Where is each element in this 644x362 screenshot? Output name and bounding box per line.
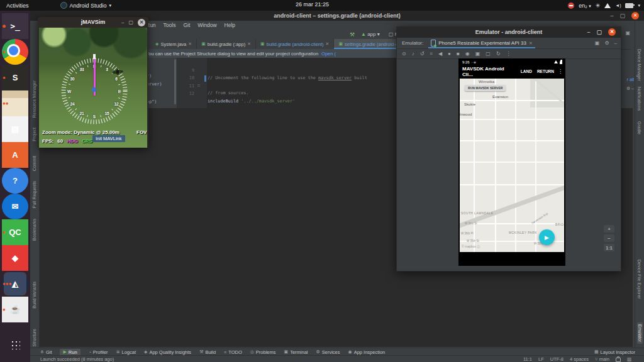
lock-icon[interactable] (616, 358, 621, 362)
editor-tab[interactable]: ▣ build.gradle (:app) ✕ (197, 39, 256, 49)
menu-item[interactable]: Window (197, 22, 216, 28)
tool-window-tab[interactable]: ▣ Terminal (284, 349, 308, 355)
system-menu-chevron-icon[interactable]: ▾ (638, 3, 640, 8)
panel-icon[interactable]: ▣ (595, 40, 600, 46)
tool-window-button[interactable]: Device Manager (637, 49, 641, 81)
takeoff-fab[interactable]: ▶ (539, 229, 555, 245)
minimize-button[interactable]: – (121, 19, 124, 25)
panel-icon[interactable]: ⚙ (604, 40, 609, 46)
tab-layout-inspector[interactable]: ▦ Layout Inspector (594, 349, 635, 355)
emulator-toolbar-icon[interactable]: ◀ (438, 51, 442, 57)
keyboard-layout-indicator[interactable]: en₂ ▾ (579, 3, 591, 9)
tool-window-tab[interactable]: ⚒ Build (199, 349, 216, 355)
emulator-toolbar-icon[interactable]: ⊙ (402, 51, 406, 57)
dock-item[interactable]: ●● (2, 90, 28, 116)
clock[interactable]: 26 mar 21:25 (296, 1, 329, 8)
editor-tab[interactable]: ◈ System.java ✕ (151, 39, 197, 49)
maximize-button[interactable]: ▢ (619, 12, 625, 19)
emulator-window[interactable]: Emulator - android-client – ▢ ✕ Emulator… (396, 26, 621, 272)
tool-window-button[interactable]: Device File Explorer (637, 260, 641, 299)
maximize-button[interactable]: ▢ (596, 28, 602, 36)
overflow-menu-icon[interactable]: ⋮ (558, 69, 563, 74)
tool-window-button[interactable]: Emulator (637, 322, 643, 344)
open-project-structure-link[interactable]: Open ( (321, 51, 336, 57)
zoom-in-button[interactable]: + (604, 225, 614, 233)
close-tab-icon[interactable]: ✕ (247, 41, 251, 47)
land-button[interactable]: LAND (521, 69, 532, 74)
emulator-toolbar-icon[interactable]: ↺ (420, 51, 425, 57)
tool-window-tab[interactable]: ≣ Logcat (116, 349, 136, 355)
close-tab-icon[interactable]: ✕ (529, 41, 533, 46)
dock-item[interactable]: ? (2, 168, 28, 194)
tool-window-tab[interactable]: ≡ TODO (224, 349, 242, 355)
close-button[interactable]: ✕ (608, 28, 616, 36)
tool-window-tab[interactable]: ◉ App Inspection (348, 349, 386, 355)
tool-window-button[interactable]: Commit (32, 156, 36, 171)
line-separator[interactable]: LF (538, 356, 544, 362)
dock-item[interactable]: ▤ (2, 116, 28, 142)
indent-setting[interactable]: 4 spaces (570, 356, 589, 362)
menu-item[interactable]: Tools (164, 22, 176, 28)
dock-item[interactable]: ◆ (2, 245, 28, 271)
tool-window-button[interactable]: Structure (32, 329, 36, 346)
activities-button[interactable]: Activities (0, 3, 35, 9)
dock-item[interactable]: ● >_ (2, 13, 28, 39)
reader-mode-icon[interactable]: ▥ (627, 356, 631, 362)
emulator-toolbar-icon[interactable]: ▢ (486, 51, 491, 57)
volume-icon[interactable]: ◄) (615, 3, 621, 8)
tool-window-button[interactable]: Notifications (637, 87, 641, 111)
close-button[interactable]: ✕ (138, 19, 145, 26)
tool-window-tab[interactable]: ◔ Profiler (89, 349, 108, 355)
tool-window-tab[interactable]: ⚙ Services (316, 349, 340, 355)
dock-item[interactable]: ● (2, 39, 28, 65)
emulator-toolbar-icon[interactable]: ■ (457, 51, 460, 57)
settings-icon[interactable]: ✳ (596, 3, 601, 9)
show-applications-button[interactable] (10, 339, 20, 349)
emulator-device-tab[interactable]: Phone5 Resizable Experimental API 33 ✕ (428, 38, 535, 48)
app-menu[interactable]: Android Studio ▾ (60, 2, 112, 9)
dock-item[interactable]: ●●● ◭ (2, 271, 28, 297)
tool-window-tab[interactable]: ◈ App Quality Insights (144, 349, 191, 355)
phone-screen[interactable]: 9:26 ◦ ⊕ MAVSDK Android Cli... LAND RETU… (458, 58, 565, 266)
emulator-toolbar-icon[interactable]: ⌗ (430, 51, 433, 57)
tool-window-button[interactable]: Project (32, 128, 36, 141)
zoom-out-button[interactable]: − (604, 234, 614, 242)
editor-tab[interactable]: ▣ build.gradle (android-client) ✕ (256, 39, 334, 49)
git-branch[interactable]: ⑂ main (595, 356, 609, 362)
dock-item[interactable]: ✉ (2, 194, 28, 219)
menu-item[interactable]: Help (225, 22, 235, 28)
tool-window-tab[interactable]: ⋔ Git (40, 349, 52, 355)
map-view[interactable]: WinnetkaEvanstonSkokieLincolnwoodSOUTH L… (460, 79, 564, 252)
close-tab-icon[interactable]: ✕ (326, 41, 330, 47)
encoding[interactable]: UTF-8 (550, 356, 564, 362)
emulator-toolbar-icon[interactable]: ♪ (412, 51, 414, 57)
tool-window-button[interactable]: Gradle (637, 121, 641, 134)
tool-window-tab[interactable]: ◎ Problems (250, 349, 276, 355)
emulator-toolbar-icon[interactable]: ● (448, 51, 451, 57)
tool-window-button[interactable]: Build Variants (32, 282, 36, 309)
jmavsim-window[interactable]: jMAVSim – ▢ ✕ N36E1215S2124W3033 Zoom mo… (38, 17, 148, 148)
tool-window-button[interactable]: Resource Manager (32, 80, 36, 118)
dock-item[interactable]: A (2, 142, 28, 168)
zoom-reset-button[interactable]: 1:1 (604, 244, 614, 251)
dock-item[interactable]: ● QC (2, 219, 28, 245)
emulator-toolbar-icon[interactable]: ◉ (465, 51, 470, 57)
dock-item[interactable]: ● ☕ (2, 297, 28, 322)
caret-position[interactable]: 11:1 (523, 356, 532, 362)
run-configuration-selector[interactable]: ▲ app ▾ (361, 31, 380, 37)
close-tab-icon[interactable]: ✕ (188, 41, 192, 47)
tool-window-button[interactable]: Pull Requests (32, 181, 36, 208)
emulator-toolbar-icon[interactable]: ▣ (475, 51, 480, 57)
scrollbar[interactable] (174, 59, 176, 104)
panel-icon[interactable]: – (614, 40, 617, 46)
emulator-toolbar-icon[interactable]: ↻ (496, 51, 501, 57)
notifications-icon[interactable]: ▣ (625, 30, 630, 36)
minimize-button[interactable]: – (610, 12, 613, 19)
return-button[interactable]: RETURN (537, 69, 554, 74)
wifi-icon[interactable] (604, 3, 611, 8)
dock-item[interactable]: ● S (2, 65, 28, 90)
build-hammer-icon[interactable]: ⚒ (350, 31, 355, 38)
emulator-toolbar-icon[interactable]: ⋮ (506, 51, 511, 57)
menu-item[interactable]: Git (183, 22, 190, 28)
maximize-button[interactable]: ▢ (128, 19, 133, 25)
